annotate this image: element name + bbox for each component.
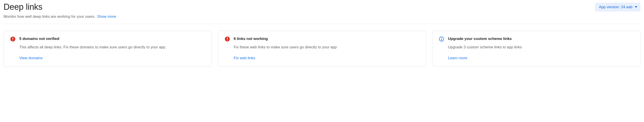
card-icon xyxy=(225,36,230,60)
chevron-down-icon xyxy=(635,6,637,8)
card-upgrade-scheme-links: Upgrade your custom scheme links Upgrade… xyxy=(432,30,640,67)
view-domains-link[interactable]: View domains xyxy=(19,56,205,60)
card-title: Upgrade your custom scheme links xyxy=(448,36,634,41)
divider xyxy=(4,24,640,24)
card-domains-not-verified: 5 domains not verified This affects all … xyxy=(4,30,212,67)
cards-container: 5 domains not verified This affects all … xyxy=(4,30,640,67)
card-body: 5 domains not verified This affects all … xyxy=(19,36,205,60)
app-version-selector[interactable]: App version: 24.aab xyxy=(595,3,640,12)
card-body: Upgrade your custom scheme links Upgrade… xyxy=(448,36,634,60)
fix-web-links-link[interactable]: Fix web links xyxy=(234,56,419,60)
subtitle-row: Monitor how well deep links are working … xyxy=(4,14,640,19)
card-links-not-working: 6 links not working Fix these web links … xyxy=(218,30,426,67)
page-title: Deep links xyxy=(4,2,42,12)
page-subtitle: Monitor how well deep links are working … xyxy=(4,14,95,19)
card-title: 6 links not working xyxy=(234,36,419,41)
header-row: Deep links App version: 24.aab xyxy=(4,2,640,12)
card-body: 6 links not working Fix these web links … xyxy=(234,36,419,60)
app-version-label: App version: 24.aab xyxy=(599,5,632,9)
card-icon xyxy=(439,36,444,60)
show-more-link[interactable]: Show more xyxy=(97,14,116,19)
card-description: Fix these web links to make sure users g… xyxy=(234,44,419,50)
error-icon xyxy=(225,36,230,42)
card-description: This affects all deep links. Fix these d… xyxy=(19,44,205,50)
learn-more-link[interactable]: Learn more xyxy=(448,56,634,60)
card-title: 5 domains not verified xyxy=(19,36,205,41)
info-icon xyxy=(439,36,444,42)
card-icon xyxy=(10,36,15,60)
card-description: Upgrade 3 custom scheme links to app lin… xyxy=(448,44,634,50)
error-icon xyxy=(10,36,15,42)
